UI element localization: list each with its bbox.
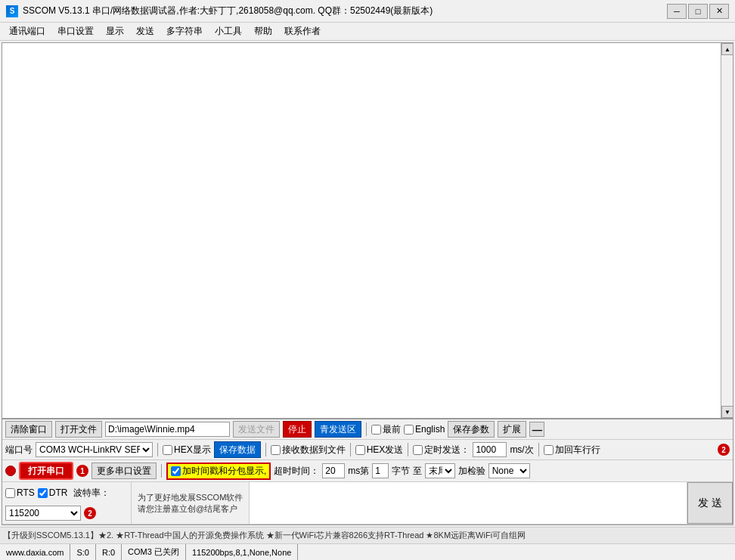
menu-bar: 通讯端口 串口设置 显示 发送 多字符串 小工具 帮助 联系作者 [0, 23, 735, 41]
more-settings-btn[interactable]: 更多串口设置 [91, 463, 157, 479]
port-label: 端口号 [5, 444, 33, 456]
checksum-label: 加检验 [458, 465, 485, 478]
tail-select[interactable]: 末尾 [425, 463, 455, 478]
status-r: R:0 [96, 544, 122, 560]
badge-2: 2 [718, 444, 730, 456]
timestamp-checkbox[interactable] [171, 466, 181, 476]
divider1 [366, 422, 367, 436]
open-file-btn[interactable]: 打开文件 [55, 421, 102, 438]
stop-btn[interactable]: 停止 [283, 421, 312, 438]
ms-per-label: ms/次 [510, 444, 533, 456]
divider3 [265, 443, 266, 456]
send-button[interactable]: 发 送 [687, 482, 733, 524]
timed-send-label[interactable]: 定时发送： [413, 444, 470, 456]
rts-dtr-row: RTS DTR 波特率： [5, 484, 128, 502]
dtr-checkbox[interactable] [38, 488, 48, 498]
menu-contact[interactable]: 联系作者 [278, 23, 327, 39]
app-icon: S [6, 5, 18, 17]
divider2 [157, 443, 158, 456]
badge-2b: 2 [84, 507, 96, 519]
english-checkbox-label[interactable]: English [404, 424, 445, 435]
baud-row: 115200 2 [5, 504, 128, 522]
port-select[interactable]: COM3 WCH-LinkRV SERIAL [36, 442, 153, 457]
status-s: S:0 [70, 544, 96, 560]
terminal-scrollbar[interactable]: ▲ ▼ [721, 43, 733, 418]
main-area: ▲ ▼ 清除窗口 打开文件 发送文件 停止 青发送区 最前 [0, 41, 735, 560]
menu-multi-string[interactable]: 多字符串 [160, 23, 209, 39]
timeout-input[interactable] [322, 463, 345, 478]
scroll-track [721, 55, 733, 406]
save-params-btn[interactable]: 保存参数 [448, 421, 495, 438]
send-textarea[interactable] [249, 482, 687, 524]
port-status-dot [5, 466, 16, 476]
timed-send-checkbox[interactable] [413, 445, 423, 455]
terminal-output[interactable]: ▲ ▼ [2, 42, 733, 419]
ctrl-row4-send: RTS DTR 波特率： 115200 2 [2, 482, 733, 524]
collapse-btn[interactable]: — [529, 422, 544, 437]
promo-area: 为了更好地发展SSCOM软件 请您注册嘉立创@结尾客户 [131, 482, 249, 524]
hex-send-label[interactable]: HEX发送 [355, 444, 404, 456]
timestamp-label[interactable]: 加时间戳和分包显示, [166, 463, 271, 480]
maximize-button[interactable]: □ [688, 4, 708, 19]
ctrl-row1: 清除窗口 打开文件 发送文件 停止 青发送区 最前 English 保存参数 扩… [2, 419, 733, 440]
bottom-controls: 清除窗口 打开文件 发送文件 停止 青发送区 最前 English 保存参数 扩… [0, 419, 735, 560]
ctrl-row3: 打开串口 1 更多串口设置 加时间戳和分包显示, 超时时间： ms第 字节 至 … [2, 460, 733, 482]
hex-display-checkbox[interactable] [163, 445, 172, 455]
status-website: www.daxia.com [0, 544, 70, 560]
menu-port-settings[interactable]: 串口设置 [51, 23, 100, 39]
ticker-text: 【升级到SSCOM5.13.1】★2. ★RT-Thread中国人的开源免费操作… [3, 530, 526, 541]
send-file-btn[interactable]: 发送文件 [233, 421, 280, 438]
baud-label: 波特率： [73, 487, 110, 500]
divider5 [408, 443, 408, 456]
port-params: RTS DTR 波特率： 115200 2 [2, 482, 131, 524]
clear-window-btn[interactable]: 清除窗口 [5, 421, 52, 438]
hex-send-checkbox[interactable] [355, 445, 365, 455]
menu-tools[interactable]: 小工具 [209, 23, 248, 39]
divider6 [538, 443, 539, 456]
title-bar-text: SSCOM V5.13.1 串口/网络数据调试器,作者:大虾丁丁,2618058… [23, 5, 667, 17]
menu-send[interactable]: 发送 [130, 23, 160, 39]
divider4 [350, 443, 351, 456]
ctrl-row2: 端口号 COM3 WCH-LinkRV SERIAL HEX显示 保存数据 接收… [2, 440, 733, 460]
save-data-btn[interactable]: 保存数据 [214, 441, 261, 458]
rts-label[interactable]: RTS [5, 487, 35, 498]
byte-label: 字节 至 [392, 465, 421, 478]
divider7 [161, 464, 162, 478]
window-controls: ─ □ ✕ [667, 4, 729, 19]
recv-to-file-label[interactable]: 接收数据到文件 [271, 444, 346, 456]
last-checkbox[interactable] [371, 425, 381, 435]
checksum-select[interactable]: None [488, 463, 530, 478]
minimize-button[interactable]: ─ [667, 4, 687, 19]
badge-1: 1 [76, 465, 88, 477]
carriage-return-checkbox[interactable] [544, 445, 554, 455]
ticker-row: 【升级到SSCOM5.13.1】★2. ★RT-Thread中国人的开源免费操作… [0, 527, 735, 543]
byte-num-input[interactable] [372, 463, 389, 478]
menu-display[interactable]: 显示 [100, 23, 130, 39]
carriage-return-label[interactable]: 加回车行行 [544, 444, 600, 456]
hex-display-label[interactable]: HEX显示 [163, 444, 211, 456]
file-path-input[interactable] [105, 422, 230, 437]
rts-checkbox[interactable] [5, 488, 15, 498]
status-baud-info: 115200bps,8,1,None,None [186, 544, 299, 560]
close-button[interactable]: ✕ [709, 4, 729, 19]
last-checkbox-label[interactable]: 最前 [371, 423, 401, 436]
open-port-btn[interactable]: 打开串口 [19, 462, 73, 480]
promo-line2: 请您注册嘉立创@结尾客户 [138, 503, 243, 515]
timed-interval-input[interactable] [473, 442, 507, 457]
promo-line1: 为了更好地发展SSCOM软件 [138, 492, 243, 503]
expand-btn[interactable]: 扩展 [498, 421, 526, 438]
title-bar: S SSCOM V5.13.1 串口/网络数据调试器,作者:大虾丁丁,26180… [0, 0, 735, 23]
menu-help[interactable]: 帮助 [248, 23, 278, 39]
status-bar: www.daxia.com S:0 R:0 COM3 已关闭 115200bps… [0, 543, 735, 560]
english-checkbox[interactable] [404, 425, 414, 435]
menu-comms[interactable]: 通讯端口 [3, 23, 51, 39]
recv-to-file-checkbox[interactable] [271, 445, 281, 455]
dtr-label[interactable]: DTR [38, 487, 68, 498]
status-port: COM3 已关闭 [122, 544, 186, 560]
controls-wrapper: 清除窗口 打开文件 发送文件 停止 青发送区 最前 English 保存参数 扩… [2, 419, 733, 525]
send-area-btn[interactable]: 青发送区 [315, 421, 361, 438]
scroll-down-btn[interactable]: ▼ [721, 406, 733, 418]
scroll-up-btn[interactable]: ▲ [721, 43, 733, 55]
ms-label: ms第 [348, 465, 369, 478]
baud-select[interactable]: 115200 [5, 506, 81, 521]
